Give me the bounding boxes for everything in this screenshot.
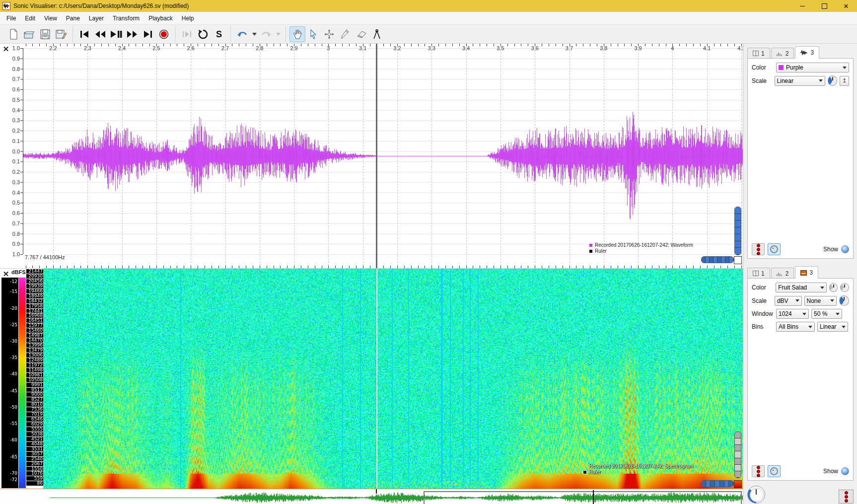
undo-button[interactable] [234,26,250,42]
edit-tool[interactable] [321,26,337,42]
menu-file[interactable]: File [2,13,20,24]
gain-knob[interactable] [828,75,838,86]
undo-dropdown[interactable] [250,26,258,42]
show-toggle-led[interactable] [841,245,849,253]
faders-button[interactable] [839,490,854,504]
spectrogram-pane[interactable]: ✕ dBFS -12-15-20-25-30-35-40-45-50-55-60… [0,269,743,489]
new-session-button[interactable] [5,26,21,42]
scale-label: Scale [752,297,772,304]
redo-button[interactable] [258,26,274,42]
maximize-button[interactable] [813,0,835,12]
amplitude-tick-label: 0.9 [9,56,20,62]
overview-playback-cursor[interactable] [593,490,594,504]
menu-edit[interactable]: Edit [20,13,40,24]
time-tick-label: 2.5 [152,45,160,51]
menu-layer[interactable]: Layer [84,13,108,24]
measure-tool[interactable] [369,26,385,42]
menu-playback[interactable]: Playback [144,13,177,24]
draw-tool[interactable] [337,26,353,42]
time-tick-label: 3.6 [531,45,539,51]
loop-button[interactable] [195,26,211,42]
menu-bar: FileEditViewPaneLayerTransformPlaybackHe… [0,12,857,25]
vertical-zoom-wheel-spectrogram[interactable] [734,432,741,478]
redo-dropdown[interactable] [274,26,282,42]
menu-view[interactable]: View [40,13,62,24]
colour-map-dropdown[interactable]: Fruit Salad [776,283,826,292]
visible-region-rectangle[interactable] [424,491,742,504]
colour-contrast-knob[interactable] [839,295,849,306]
play-selection-button[interactable] [179,26,195,42]
spectrogram-pane-close-icon[interactable]: ✕ [2,270,10,278]
solo-button[interactable]: S [211,26,227,42]
save-button[interactable] [37,26,53,42]
playback-cursor[interactable] [376,44,377,269]
minimize-button[interactable] [791,0,813,12]
select-tool[interactable] [305,26,321,42]
layer-visibility-button[interactable] [768,243,781,255]
menu-transform[interactable]: Transform [108,13,144,24]
overview-pane[interactable] [0,489,743,504]
fader-icon [757,466,760,477]
close-button[interactable]: ✕ [835,0,857,12]
legend-item: Ruler [583,469,693,475]
horizontal-zoom-wheel-spectrogram[interactable] [701,480,734,487]
scale-dropdown[interactable]: dBV [775,296,802,306]
color-dropdown[interactable]: Purple [776,63,849,72]
record-button[interactable] [156,26,172,42]
fast-forward-button[interactable] [124,26,140,42]
waveform-pane-close-icon[interactable]: ✕ [2,45,10,53]
tab-layer-3-waveform[interactable]: 3 [795,46,819,59]
bin-display-dropdown[interactable]: All Bins [776,322,815,332]
open-button[interactable] [21,26,37,42]
db-tick-label: -65 [10,454,17,459]
menu-pane[interactable]: Pane [62,13,84,24]
rewind-button[interactable] [92,26,108,42]
normalize-button[interactable]: ↥ [840,76,849,86]
rewind-start-button[interactable] [76,26,92,42]
scale-label: Scale [752,77,772,84]
gain-knob-small[interactable] [840,283,849,292]
show-toggle-led[interactable] [841,467,849,475]
amplitude-tick-label: 0.6 [9,210,20,216]
vertical-zoom-wheel[interactable] [734,207,741,255]
bin-scale-dropdown[interactable]: Linear [817,322,848,332]
threshold-value: None [807,297,828,304]
tab-layer-2[interactable]: 2 [771,268,794,279]
zoom-reset-button-spectrogram[interactable] [734,480,742,488]
play-pause-button[interactable] [108,26,124,42]
tab-pane-1[interactable]: 1 [747,268,770,279]
layer-fader-button[interactable] [752,465,765,477]
erase-tool[interactable] [353,26,369,42]
frequency-scale: 2144720930204561993919466189491843217958… [26,269,43,486]
time-tick-label: 3.7 [566,45,573,51]
layer-visibility-button[interactable] [768,465,781,477]
chevron-down-icon [820,287,824,289]
tab-label: 3 [809,269,813,276]
spectrogram-canvas[interactable] [43,269,743,489]
layer-fader-button[interactable] [752,243,765,255]
save-as-button[interactable] [53,26,69,42]
menu-help[interactable]: Help [177,13,199,24]
tab-layer-3-spectrogram[interactable]: 3 [795,266,818,279]
window-size-dropdown[interactable]: 1024 [776,309,809,319]
tab-pane-1[interactable]: 1 [747,48,770,59]
amplitude-tick-label: 0.8 [9,66,20,72]
horizontal-zoom-wheel[interactable] [701,256,734,263]
threshold-dropdown[interactable]: None [804,296,837,306]
waveform-canvas[interactable] [0,44,743,269]
tab-layer-2[interactable]: 2 [771,48,794,59]
amplitude-tick-label: 1.0 [9,251,20,257]
scale-dropdown[interactable]: Linear [775,76,825,86]
playback-speed-knob[interactable] [747,486,765,504]
db-tick-label: -30 [10,339,17,344]
amplitude-tick-label: 0.4 [9,107,20,113]
forward-end-button[interactable] [140,26,156,42]
navigate-tool[interactable] [289,26,305,42]
zoom-reset-button[interactable] [734,256,742,264]
playback-cursor-spectrogram[interactable] [376,269,377,489]
spectrogram-legend: Recorded 20170626-161207-242: Spectrogra… [583,463,693,475]
window-overlap-dropdown[interactable]: 50 % [811,309,842,319]
colour-rotation-knob[interactable] [829,283,838,292]
waveform-pane[interactable]: ✕ 2.22.32.42.52.62.72.82.933.13.23.33.43… [0,44,743,269]
chevron-down-icon [830,299,834,302]
